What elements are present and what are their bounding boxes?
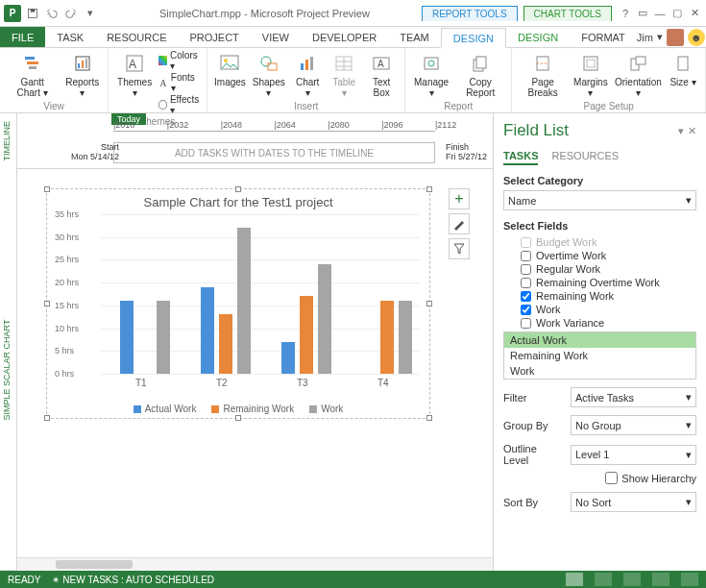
field-checkbox-row[interactable]: Overtime Work — [503, 249, 696, 262]
chart-button[interactable]: Chart ▾ — [291, 50, 324, 100]
qat-customize-icon[interactable]: ▾ — [83, 6, 98, 21]
legend-item[interactable]: Work — [309, 404, 343, 414]
chart-frame[interactable]: Sample Chart for the Test1 project T1T2T… — [46, 188, 430, 419]
minimize-icon[interactable]: — — [652, 6, 668, 21]
bar[interactable] — [300, 296, 313, 374]
chart-styles-button[interactable] — [449, 213, 470, 234]
tab-team[interactable]: TEAM — [388, 27, 441, 47]
page-breaks-button[interactable]: Page Breaks — [518, 50, 568, 100]
themes-button[interactable]: AThemes ▾ — [114, 50, 155, 100]
view-shortcut-4[interactable] — [652, 573, 669, 586]
chart-legend[interactable]: Actual WorkRemaining WorkWork — [47, 404, 429, 414]
undo-icon[interactable] — [44, 6, 60, 21]
category-select[interactable]: Name▾ — [503, 190, 696, 210]
view-shortcut-1[interactable] — [566, 573, 583, 586]
user-avatar-icon[interactable] — [667, 29, 684, 46]
listbox-item[interactable]: Work — [504, 363, 695, 379]
save-icon[interactable] — [25, 6, 40, 21]
margins-button[interactable]: Margins ▾ — [572, 50, 610, 100]
resize-handle[interactable] — [235, 415, 241, 421]
tab-format[interactable]: FORMAT — [570, 27, 637, 47]
field-checkbox[interactable] — [521, 318, 531, 329]
field-checkbox-row[interactable]: Remaining Overtime Work — [503, 276, 696, 289]
gantt-chart-button[interactable]: Gantt Chart ▾ — [6, 50, 59, 100]
field-checkbox[interactable] — [521, 291, 531, 302]
fonts-button[interactable]: AFonts ▾ — [158, 72, 201, 93]
horizontal-scrollbar[interactable] — [17, 557, 493, 571]
selected-fields-listbox[interactable]: Actual WorkRemaining WorkWork — [503, 331, 696, 380]
field-checkbox-row[interactable]: Work — [503, 303, 696, 316]
status-newtasks[interactable]: ✴ NEW TASKS : AUTO SCHEDULED — [52, 575, 214, 585]
reports-button[interactable]: Reports ▾ — [62, 50, 102, 100]
field-checkbox[interactable] — [521, 237, 531, 248]
size-button[interactable]: Size ▾ — [667, 50, 699, 89]
pane-options-icon[interactable]: ▾ — [678, 125, 684, 137]
field-checkbox-row[interactable]: Work Variance — [503, 316, 696, 330]
legend-item[interactable]: Remaining Work — [211, 404, 294, 414]
ribbon-options-icon[interactable]: ▭ — [635, 6, 650, 21]
bar[interactable] — [380, 301, 394, 374]
field-checkbox[interactable] — [521, 305, 531, 315]
tab-design-chart[interactable]: DESIGN — [506, 27, 570, 47]
view-shortcut-3[interactable] — [623, 573, 641, 586]
fieldlist-tab-resources[interactable]: RESOURCES — [551, 150, 619, 165]
groupby-select[interactable]: No Group▾ — [571, 415, 696, 435]
report-canvas[interactable]: Sample Chart for the Test1 project T1T2T… — [17, 169, 493, 571]
tab-design-report[interactable]: DESIGN — [441, 28, 506, 48]
feedback-smiley-icon[interactable]: ☻ — [688, 29, 705, 46]
tab-project[interactable]: PROJECT — [179, 27, 251, 47]
field-checkbox[interactable] — [521, 278, 531, 288]
fieldlist-tab-tasks[interactable]: TASKS — [503, 150, 538, 165]
colors-button[interactable]: Colors ▾ — [158, 50, 201, 71]
shapes-button[interactable]: Shapes ▾ — [250, 50, 287, 100]
bar[interactable] — [120, 301, 134, 374]
scrollbar-thumb[interactable] — [56, 560, 133, 569]
chart-elements-button[interactable]: + — [449, 188, 470, 209]
view-shortcut-2[interactable] — [595, 573, 612, 586]
listbox-item[interactable]: Remaining Work — [504, 348, 695, 363]
bar[interactable] — [318, 264, 331, 374]
bar[interactable] — [281, 342, 295, 374]
pane-close-icon[interactable]: ✕ — [688, 125, 696, 137]
bar[interactable] — [201, 287, 214, 374]
textbox-button[interactable]: AText Box — [364, 50, 399, 100]
maximize-icon[interactable]: ▢ — [669, 6, 685, 21]
sortby-select[interactable]: No Sort▾ — [571, 492, 696, 512]
bar[interactable] — [237, 228, 251, 374]
bar[interactable] — [399, 301, 412, 374]
tab-resource[interactable]: RESOURCE — [95, 27, 178, 47]
vtab-chart[interactable]: SIMPLE SCALAR CHART — [0, 169, 16, 571]
resize-handle[interactable] — [235, 186, 241, 192]
bar[interactable] — [219, 314, 232, 374]
copy-report-button[interactable]: Copy Report — [455, 50, 505, 100]
tab-file[interactable]: FILE — [0, 27, 45, 47]
close-icon[interactable]: ✕ — [687, 6, 702, 21]
field-checkbox-row[interactable]: Regular Work — [503, 262, 696, 276]
view-shortcut-5[interactable] — [681, 573, 698, 586]
field-checkbox[interactable] — [521, 251, 531, 261]
orientation-button[interactable]: Orientation ▾ — [614, 50, 663, 100]
resize-handle[interactable] — [426, 301, 432, 306]
field-checkbox[interactable] — [521, 264, 531, 275]
field-checkbox-row[interactable]: Remaining Work — [503, 289, 696, 303]
listbox-item[interactable]: Actual Work — [504, 332, 695, 348]
manage-button[interactable]: Manage ▾ — [411, 50, 451, 100]
images-button[interactable]: Images — [213, 50, 246, 89]
vtab-timeline[interactable]: TIMELINE — [0, 113, 16, 169]
tab-developer[interactable]: DEVELOPER — [301, 27, 388, 47]
show-hierarchy-checkbox[interactable] — [605, 472, 618, 484]
tab-task[interactable]: TASK — [45, 27, 95, 47]
chart-filter-button[interactable] — [449, 238, 470, 259]
table-button[interactable]: Table ▾ — [328, 50, 360, 100]
legend-item[interactable]: Actual Work — [134, 404, 197, 414]
help-icon[interactable]: ? — [618, 6, 633, 21]
resize-handle[interactable] — [44, 186, 50, 192]
field-checkbox-row[interactable]: Budget Work — [503, 235, 696, 249]
outline-select[interactable]: Level 1▾ — [571, 445, 696, 465]
effects-button[interactable]: Effects ▾ — [158, 94, 201, 115]
chart-title[interactable]: Sample Chart for the Test1 project — [47, 195, 429, 209]
chart-plot[interactable]: T1T2T3T4 — [101, 214, 420, 374]
filter-select[interactable]: Active Tasks▾ — [571, 387, 696, 407]
redo-icon[interactable] — [63, 6, 79, 21]
resize-handle[interactable] — [426, 415, 432, 421]
